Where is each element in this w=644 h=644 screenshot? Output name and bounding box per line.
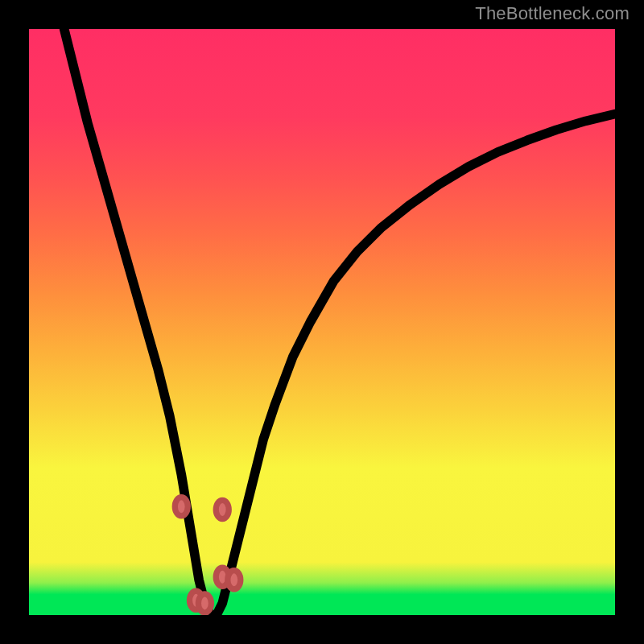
bottleneck-curve (64, 29, 615, 615)
data-point (216, 500, 229, 518)
data-point (175, 497, 188, 516)
plot-area (29, 29, 615, 615)
chart-frame: TheBottleneck.com (0, 0, 644, 644)
watermark-text: TheBottleneck.com (475, 3, 630, 24)
data-point (228, 571, 241, 589)
chart-svg (29, 29, 615, 615)
data-point (198, 594, 211, 613)
